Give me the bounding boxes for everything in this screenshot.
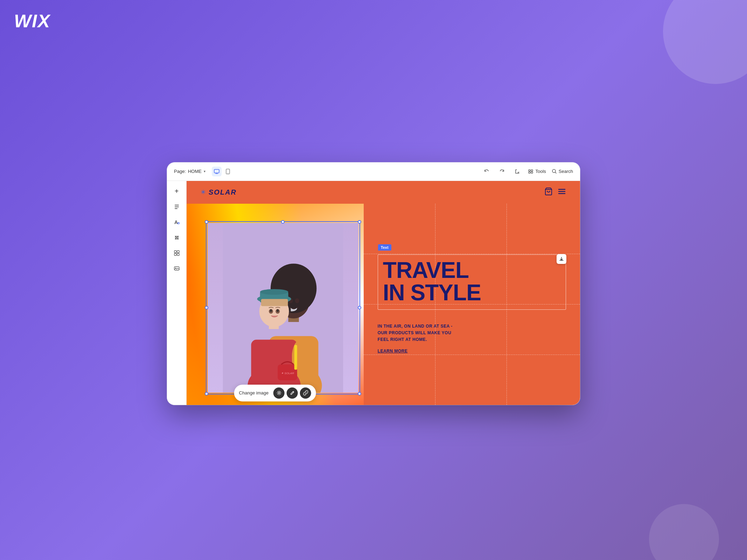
grid-line-h3 <box>364 355 580 355</box>
text-panel-button[interactable]: A+ <box>170 216 183 229</box>
page-label: Page: <box>174 169 186 174</box>
settings-icon-button[interactable] <box>273 387 285 399</box>
resize-handle-rm[interactable] <box>358 306 361 309</box>
link-icon-button[interactable] <box>300 387 311 399</box>
svg-point-2 <box>228 173 228 173</box>
page-selector[interactable]: Page: HOME ▾ <box>174 169 205 174</box>
svg-rect-17 <box>174 253 176 255</box>
toolbar: Page: HOME ▾ <box>167 162 580 181</box>
svg-rect-10 <box>175 208 177 209</box>
site-logo: ✳ SOLAR <box>201 188 237 196</box>
view-buttons <box>212 167 233 176</box>
resize-handle-br[interactable] <box>358 392 361 396</box>
text-type-badge: Text <box>378 244 391 251</box>
svg-rect-6 <box>531 172 533 173</box>
svg-rect-16 <box>177 251 179 253</box>
text-content-box[interactable]: Text TRAVEL IN STYLE <box>378 254 566 310</box>
chevron-down-icon: ▾ <box>204 169 205 173</box>
media-panel-button[interactable] <box>170 262 183 275</box>
svg-text:+: + <box>177 222 179 225</box>
tools-button[interactable]: Tools <box>528 169 546 174</box>
svg-rect-4 <box>531 170 533 171</box>
wix-logo: WIX <box>14 10 50 31</box>
svg-rect-0 <box>214 169 219 173</box>
crop-panel-button[interactable] <box>170 231 183 244</box>
logo-text: SOLAR <box>209 188 237 196</box>
resize-handle-tl[interactable] <box>205 220 208 224</box>
svg-rect-18 <box>177 253 179 255</box>
resize-handle-lm[interactable] <box>205 306 208 309</box>
svg-rect-3 <box>529 170 530 171</box>
hamburger-menu-icon[interactable] <box>558 187 566 197</box>
hero-headline-line1: TRAVEL IN STYLE <box>383 259 561 304</box>
add-elements-button[interactable]: + <box>170 185 183 198</box>
tools-label: Tools <box>535 169 546 174</box>
hero-section: ✦ SOLAR <box>187 204 580 405</box>
redo-button[interactable] <box>497 167 507 176</box>
toolbar-right: Tools Search <box>482 167 573 176</box>
svg-rect-19 <box>174 267 179 270</box>
bg-blob-top <box>663 0 747 84</box>
headline-travel: TRAVEL <box>383 259 561 281</box>
apps-panel-button[interactable] <box>170 247 183 259</box>
left-sidebar: + A+ <box>167 181 187 405</box>
mobile-view-button[interactable] <box>223 167 233 176</box>
desktop-view-button[interactable] <box>212 167 222 176</box>
headline-in-style: IN STYLE <box>383 281 561 304</box>
image-toolbar: Change image <box>234 385 316 401</box>
canvas: ✳ SOLAR <box>187 181 580 405</box>
hero-text-area: Text TRAVEL IN STYLE IN THE AIR, ON L <box>364 204 580 405</box>
page-name: HOME <box>188 169 202 174</box>
crop-button[interactable] <box>512 167 522 176</box>
resize-handle-bl[interactable] <box>205 392 208 396</box>
svg-point-47 <box>278 392 280 394</box>
svg-rect-8 <box>175 205 179 205</box>
edit-icon-button[interactable] <box>287 387 298 399</box>
undo-button[interactable] <box>482 167 491 176</box>
editor-area: + A+ ✳ SO <box>167 181 580 405</box>
change-image-label[interactable]: Change image <box>239 390 269 396</box>
site-header: ✳ SOLAR <box>187 181 580 204</box>
website-preview: ✳ SOLAR <box>187 181 580 405</box>
learn-more-link[interactable]: LEARN MORE <box>378 349 408 354</box>
search-button[interactable]: Search <box>552 169 573 174</box>
svg-rect-9 <box>175 206 179 207</box>
search-label: Search <box>559 169 573 174</box>
logo-star-icon: ✳ <box>201 188 206 196</box>
pages-panel-button[interactable] <box>170 201 183 213</box>
svg-rect-5 <box>529 172 530 173</box>
resize-handle-tr[interactable] <box>358 220 361 224</box>
resize-handle-tm[interactable] <box>281 220 285 224</box>
svg-rect-15 <box>174 251 176 253</box>
download-icon[interactable] <box>557 254 566 264</box>
bg-blob-bottom <box>649 504 719 560</box>
image-selection-box[interactable] <box>206 221 360 394</box>
site-header-icons <box>544 187 566 197</box>
shopping-bag-icon[interactable] <box>544 187 553 197</box>
hero-subtext: IN THE AIR, ON LAND OR AT SEA -OUR PRODU… <box>378 323 566 343</box>
hero-subtext-container: IN THE AIR, ON LAND OR AT SEA -OUR PRODU… <box>378 317 566 354</box>
browser-window: Page: HOME ▾ <box>167 162 580 405</box>
hero-image-area: ✦ SOLAR <box>187 204 364 405</box>
